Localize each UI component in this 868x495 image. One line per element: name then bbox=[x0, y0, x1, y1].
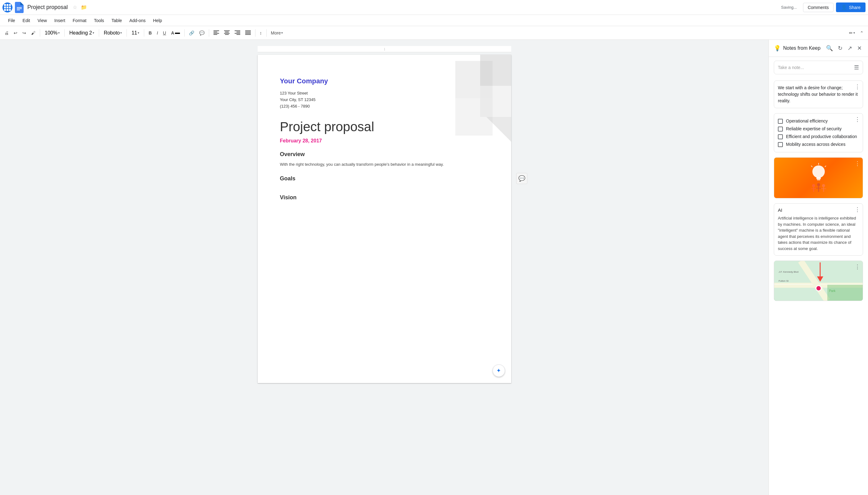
checkbox-2[interactable] bbox=[778, 126, 783, 132]
font-selector[interactable]: Roboto ▾ bbox=[102, 29, 124, 37]
svg-rect-14 bbox=[236, 34, 240, 35]
document-title[interactable]: Project proposal bbox=[28, 4, 68, 11]
keep-close-button[interactable]: ✕ bbox=[856, 44, 863, 53]
svg-rect-10 bbox=[225, 34, 229, 35]
style-chevron-icon: ▾ bbox=[93, 31, 94, 35]
keep-map-more-button[interactable]: ⋮ bbox=[855, 263, 860, 270]
svg-rect-7 bbox=[224, 31, 230, 31]
map-pin-circle bbox=[815, 285, 822, 291]
smart-compose-icon: ✦ bbox=[496, 367, 501, 374]
vision-heading[interactable]: Vision bbox=[280, 194, 489, 201]
undo-button[interactable]: ↩ bbox=[12, 29, 19, 37]
keep-note-input[interactable]: Take a note... ☰ bbox=[774, 61, 863, 74]
keep-sidebar: 💡 Notes from Keep 🔍 ↻ ↗ ✕ Take a note...… bbox=[768, 40, 868, 495]
italic-button[interactable]: I bbox=[155, 29, 160, 37]
keep-checklist-more-button[interactable]: ⋮ bbox=[855, 116, 860, 123]
font-size-chevron-icon: ▾ bbox=[138, 31, 139, 35]
checklist-label-4: Mobility access across devices bbox=[786, 142, 845, 147]
overview-text[interactable]: With the right technology, you can actua… bbox=[280, 161, 489, 168]
checkbox-4[interactable] bbox=[778, 142, 783, 147]
keep-refresh-button[interactable]: ↻ bbox=[837, 44, 844, 53]
image-icons bbox=[806, 162, 831, 193]
style-selector[interactable]: Heading 2 ▾ bbox=[67, 29, 96, 37]
collapse-toolbar-button[interactable]: ⌃ bbox=[858, 29, 866, 37]
svg-rect-16 bbox=[245, 32, 251, 32]
more-button[interactable]: More ▾ bbox=[269, 29, 285, 37]
menu-insert[interactable]: Insert bbox=[51, 17, 68, 24]
align-justify-button[interactable] bbox=[243, 29, 253, 37]
folder-button[interactable]: 📁 bbox=[81, 4, 87, 10]
svg-rect-6 bbox=[213, 34, 217, 35]
keep-image-more-button[interactable]: ⋮ bbox=[855, 160, 860, 167]
print-button[interactable]: 🖨 bbox=[2, 29, 11, 37]
svg-rect-21 bbox=[817, 179, 820, 180]
document-page: Your Company 123 Your Street Your City, … bbox=[258, 55, 511, 383]
underline-button[interactable]: U bbox=[161, 29, 168, 37]
keep-ai-title: AI bbox=[778, 207, 859, 213]
map-arrow-icon bbox=[815, 262, 825, 284]
share-button[interactable]: 👤 Share bbox=[836, 2, 866, 12]
svg-text:Park: Park bbox=[829, 289, 836, 293]
svg-rect-1 bbox=[17, 8, 22, 9]
insert-comment-button[interactable]: 💬 bbox=[197, 29, 206, 37]
align-left-button[interactable] bbox=[212, 29, 221, 37]
svg-line-24 bbox=[825, 166, 826, 167]
align-right-button[interactable] bbox=[233, 29, 242, 37]
keep-open-button[interactable]: ↗ bbox=[846, 44, 853, 53]
align-right-icon bbox=[235, 31, 240, 35]
checkbox-3[interactable] bbox=[778, 134, 783, 139]
menu-tools[interactable]: Tools bbox=[91, 17, 107, 24]
share-people-icon: 👤 bbox=[841, 4, 847, 10]
svg-rect-20 bbox=[816, 177, 821, 179]
menu-view[interactable]: View bbox=[35, 17, 50, 24]
zoom-selector[interactable]: 100% ▾ bbox=[42, 29, 62, 37]
align-justify-icon bbox=[245, 31, 251, 35]
link-button[interactable]: 🔗 bbox=[187, 29, 196, 37]
separator-3 bbox=[99, 29, 99, 37]
redo-button[interactable]: ↪ bbox=[20, 29, 28, 37]
align-center-button[interactable] bbox=[222, 29, 232, 37]
separator-8 bbox=[255, 29, 255, 37]
apps-menu-button[interactable] bbox=[2, 2, 13, 13]
paint-format-button[interactable]: 🖌 bbox=[29, 29, 37, 37]
svg-rect-11 bbox=[235, 31, 240, 31]
checkbox-1[interactable] bbox=[778, 119, 783, 124]
svg-rect-0 bbox=[17, 7, 22, 8]
keep-ai-more-button[interactable]: ⋮ bbox=[855, 206, 860, 213]
line-spacing-button[interactable]: ↕ bbox=[258, 29, 264, 37]
ruler: | bbox=[258, 46, 511, 52]
bold-button[interactable]: B bbox=[147, 29, 154, 37]
deco-triangle bbox=[486, 117, 511, 142]
svg-text:Fulton St: Fulton St bbox=[779, 279, 789, 282]
menu-file[interactable]: File bbox=[5, 17, 18, 24]
svg-point-28 bbox=[817, 183, 820, 186]
smart-compose-button[interactable]: ✦ bbox=[493, 364, 505, 377]
menu-table[interactable]: Table bbox=[108, 17, 125, 24]
formatting-toolbar: 🖨 ↩ ↪ 🖌 100% ▾ Heading 2 ▾ Roboto ▾ 11 ▾… bbox=[0, 26, 868, 40]
svg-rect-13 bbox=[235, 33, 240, 34]
font-chevron-icon: ▾ bbox=[120, 31, 122, 35]
keep-ai-card: AI Artificial intelligence is intelligen… bbox=[774, 203, 863, 256]
keep-header-icons: 🔍 ↻ ↗ ✕ bbox=[825, 44, 863, 53]
menu-edit[interactable]: Edit bbox=[20, 17, 33, 24]
menu-format[interactable]: Format bbox=[70, 17, 89, 24]
inline-comment-button[interactable]: 💬 bbox=[516, 173, 527, 184]
editing-mode-button[interactable]: ✏ ▾ bbox=[847, 29, 857, 37]
keep-note-1-more-button[interactable]: ⋮ bbox=[855, 83, 860, 90]
separator-4 bbox=[126, 29, 127, 37]
text-color-button[interactable]: A bbox=[169, 29, 181, 37]
keep-search-button[interactable]: 🔍 bbox=[825, 44, 834, 53]
star-button[interactable]: ☆ bbox=[73, 4, 77, 10]
comments-button[interactable]: Comments bbox=[803, 3, 833, 12]
font-size-selector[interactable]: 11 ▾ bbox=[129, 29, 141, 37]
keep-image-card: ⋮ bbox=[774, 157, 863, 198]
menu-help[interactable]: Help bbox=[150, 17, 165, 24]
goals-heading[interactable]: Goals bbox=[280, 175, 489, 182]
zoom-chevron-icon: ▾ bbox=[58, 31, 60, 35]
keep-checklist-card: ⋮ Operational efficiency Reliable expert… bbox=[774, 113, 863, 152]
menu-addons[interactable]: Add-ons bbox=[126, 17, 148, 24]
overview-heading[interactable]: Overview bbox=[280, 151, 489, 158]
top-bar: Project proposal ☆ 📁 Saving... Comments … bbox=[0, 0, 868, 15]
svg-rect-12 bbox=[236, 32, 240, 32]
page-decoration bbox=[449, 55, 511, 148]
